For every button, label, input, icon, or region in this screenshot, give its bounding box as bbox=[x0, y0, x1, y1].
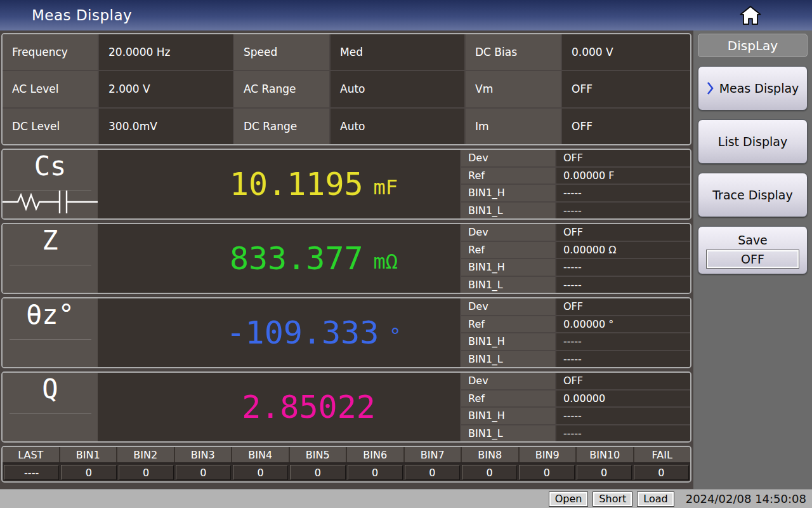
dev-label: Dev bbox=[461, 373, 555, 389]
bin-value-row: ---- 0 0 0 0 0 0 0 0 0 0 0 bbox=[3, 464, 690, 481]
setting-label-dc-bias: DC Bias bbox=[466, 34, 561, 70]
bin-count: 0 bbox=[119, 465, 174, 480]
bin1l-value: ----- bbox=[556, 425, 690, 442]
bin-count: 0 bbox=[577, 465, 632, 480]
setting-value-dc-level[interactable]: 300.0mV bbox=[99, 109, 233, 144]
reading-value: 10.1195 bbox=[230, 166, 363, 203]
sidebar-title: DispLay bbox=[698, 34, 808, 57]
ref-value: 0.00000 Ω bbox=[556, 242, 690, 258]
param-selector-z[interactable]: Z bbox=[3, 224, 98, 293]
bin1l-value: ----- bbox=[556, 203, 690, 219]
bin1l-label: BIN1_L bbox=[461, 203, 555, 219]
bin-header: BIN7 bbox=[405, 447, 462, 462]
short-correction-button[interactable]: Short bbox=[593, 491, 632, 507]
list-display-button[interactable]: List Display bbox=[698, 119, 808, 164]
reading-unit: mΩ bbox=[374, 250, 398, 274]
measurement-panel-theta: θz° -109.333 ° Dev OFF Ref 0.00000 ° BIN… bbox=[1, 297, 691, 368]
comparator-info-q: Dev OFF Ref 0.00000 BIN1_H ----- BIN1_L … bbox=[460, 373, 690, 441]
param-selector-q[interactable]: Q bbox=[3, 373, 98, 441]
sidebar: DispLay Meas Display List Display Trace … bbox=[693, 30, 812, 489]
setting-value-ac-range[interactable]: Auto bbox=[331, 71, 464, 107]
save-state-indicator: OFF bbox=[707, 250, 799, 268]
ref-value: 0.00000 bbox=[556, 391, 690, 407]
reading-z: 833.377 mΩ bbox=[98, 224, 460, 293]
bin-count: 0 bbox=[176, 465, 231, 480]
setting-label-ac-range: AC Range bbox=[234, 71, 329, 107]
measurement-panel-cs: Cs 10.1195 mF D bbox=[1, 149, 691, 220]
bin-header: BIN6 bbox=[347, 447, 405, 462]
reading-cs: 10.1195 mF bbox=[98, 150, 460, 218]
chevron-right-icon bbox=[707, 81, 714, 95]
setting-label-dc-level: DC Level bbox=[3, 109, 98, 144]
setting-label-frequency: Frequency bbox=[3, 34, 98, 70]
bin1h-label: BIN1_H bbox=[461, 333, 555, 350]
reading-value: -109.333 bbox=[226, 314, 379, 351]
bin-count: 0 bbox=[61, 465, 116, 480]
bin1h-value: ----- bbox=[556, 333, 690, 350]
bin-count: 0 bbox=[405, 465, 460, 480]
bin-header: BIN9 bbox=[520, 447, 577, 462]
open-correction-button[interactable]: Open bbox=[549, 491, 589, 507]
button-label: Save bbox=[738, 233, 768, 247]
setting-value-dc-bias[interactable]: 0.000 V bbox=[562, 34, 690, 70]
param-name: Z bbox=[42, 224, 58, 293]
status-bar: Open Short Load 2024/02/08 14:50:08 bbox=[0, 489, 812, 508]
comparator-info-z: Dev OFF Ref 0.00000 Ω BIN1_H ----- BIN1_… bbox=[460, 224, 690, 293]
bin-header: BIN4 bbox=[232, 447, 290, 462]
dev-value: OFF bbox=[556, 150, 690, 166]
bin1h-value: ----- bbox=[556, 408, 690, 424]
dev-label: Dev bbox=[461, 298, 555, 315]
setting-label-speed: Speed bbox=[234, 34, 329, 70]
bin1h-label: BIN1_H bbox=[461, 259, 555, 276]
button-label: Trace Display bbox=[712, 188, 792, 202]
dev-value: OFF bbox=[556, 373, 690, 389]
load-correction-button[interactable]: Load bbox=[637, 491, 674, 507]
bin1l-value: ----- bbox=[556, 277, 690, 293]
bin-header-row: LAST BIN1 BIN2 BIN3 BIN4 BIN5 BIN6 BIN7 … bbox=[3, 447, 690, 464]
measurement-panel-z: Z 833.377 mΩ Dev OFF Ref 0.00000 Ω BIN1_… bbox=[1, 223, 691, 294]
setting-value-frequency[interactable]: 20.0000 Hz bbox=[99, 34, 233, 70]
bin-header: FAIL bbox=[634, 447, 691, 462]
ref-label: Ref bbox=[461, 168, 555, 184]
title-bar: Meas Display bbox=[0, 0, 812, 30]
param-name: Q bbox=[42, 373, 58, 441]
reading-q: 2.85022 bbox=[98, 373, 460, 441]
setting-value-vm[interactable]: OFF bbox=[562, 71, 690, 107]
bin-header: BIN1 bbox=[60, 447, 118, 462]
param-selector-theta[interactable]: θz° bbox=[3, 298, 98, 367]
dev-label: Dev bbox=[461, 224, 555, 241]
bin-header: LAST bbox=[3, 447, 60, 462]
home-icon[interactable] bbox=[738, 4, 763, 26]
ref-value: 0.00000 F bbox=[556, 168, 690, 184]
setting-value-ac-level[interactable]: 2.000 V bbox=[99, 71, 233, 107]
button-label: List Display bbox=[718, 135, 787, 149]
param-selector-cs[interactable]: Cs bbox=[3, 150, 98, 218]
bin-count: 0 bbox=[233, 465, 288, 480]
trace-display-button[interactable]: Trace Display bbox=[698, 173, 808, 217]
reading-unit: ° bbox=[389, 324, 401, 348]
bin1l-label: BIN1_L bbox=[461, 351, 555, 368]
divider bbox=[10, 265, 91, 265]
measurement-panel-q: Q 2.85022 Dev OFF Ref 0.00000 BIN1_H ---… bbox=[1, 371, 691, 443]
bin-count: ---- bbox=[4, 465, 59, 480]
settings-table: Frequency 20.0000 Hz Speed Med DC Bias 0… bbox=[1, 33, 691, 145]
meas-display-button[interactable]: Meas Display bbox=[698, 66, 808, 110]
bin1h-value: ----- bbox=[556, 185, 690, 201]
divider bbox=[10, 339, 91, 340]
clock: 2024/02/08 14:50:08 bbox=[686, 492, 806, 505]
setting-label-dc-range: DC Range bbox=[234, 109, 329, 144]
setting-value-dc-range[interactable]: Auto bbox=[331, 109, 464, 144]
setting-value-speed[interactable]: Med bbox=[331, 34, 464, 70]
main-area: Frequency 20.0000 Hz Speed Med DC Bias 0… bbox=[0, 30, 693, 489]
ref-label: Ref bbox=[461, 391, 555, 407]
setting-label-im: Im bbox=[466, 109, 561, 144]
setting-value-im[interactable]: OFF bbox=[562, 109, 690, 144]
bin-counter-table: LAST BIN1 BIN2 BIN3 BIN4 BIN5 BIN6 BIN7 … bbox=[1, 446, 691, 483]
bin-count: 0 bbox=[462, 465, 517, 480]
reading-theta: -109.333 ° bbox=[98, 298, 460, 367]
dev-value: OFF bbox=[556, 298, 690, 315]
bin-count: 0 bbox=[519, 465, 574, 480]
bin1l-label: BIN1_L bbox=[461, 425, 555, 442]
save-button[interactable]: Save OFF bbox=[698, 226, 808, 274]
setting-label-ac-level: AC Level bbox=[3, 71, 98, 107]
